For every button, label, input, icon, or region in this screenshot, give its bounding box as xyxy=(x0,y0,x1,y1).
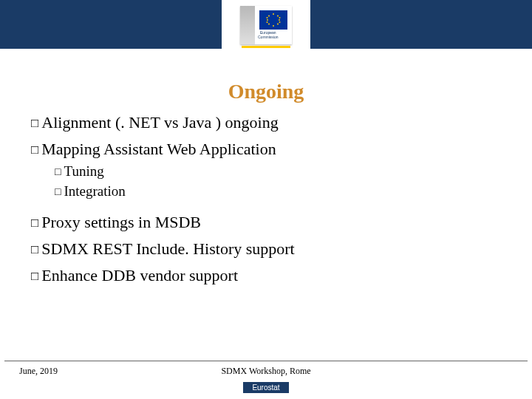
footer-row: June, 2019 SDMX Workshop, Rome xyxy=(0,361,532,377)
footer-venue: SDMX Workshop, Rome xyxy=(78,366,454,377)
slide-title: Ongoing xyxy=(0,80,532,103)
sub-bullet-list: Tuning Integration xyxy=(55,161,504,202)
bullet-text: SDMX REST Include. History support xyxy=(41,239,294,258)
svg-point-7 xyxy=(277,24,279,25)
svg-point-5 xyxy=(277,16,279,17)
spacer xyxy=(31,205,504,211)
sub-bullet-text: Tuning xyxy=(64,163,103,179)
ec-logo-text-line2: Commission xyxy=(258,35,279,39)
footer-date: June, 2019 xyxy=(19,366,78,377)
footer-badge-wrap: Eurostat xyxy=(0,380,532,399)
bullet-item: Proxy settings in MSDB xyxy=(31,211,504,234)
footer: June, 2019 SDMX Workshop, Rome Eurostat xyxy=(0,361,532,399)
bullet-item: Enhance DDB vendor support xyxy=(31,264,504,287)
ec-logo-column-icon xyxy=(240,6,255,44)
bullet-text: Enhance DDB vendor support xyxy=(41,266,238,284)
ec-logo: European Commission xyxy=(233,6,299,48)
svg-point-3 xyxy=(279,19,280,21)
bullet-list: Alignment (. NET vs Java ) ongoing Mappi… xyxy=(31,111,504,202)
slide-body: Alignment (. NET vs Java ) ongoing Mappi… xyxy=(0,111,532,361)
svg-point-8 xyxy=(267,17,268,18)
svg-point-1 xyxy=(273,25,274,27)
eu-flag-icon xyxy=(259,10,287,30)
slide: European Commission Ongoing Alignment (.… xyxy=(0,0,532,399)
svg-point-9 xyxy=(279,17,281,18)
bullet-text: Alignment (. NET vs Java ) ongoing xyxy=(41,113,278,132)
svg-point-2 xyxy=(267,19,268,21)
bullet-text: Proxy settings in MSDB xyxy=(41,213,201,231)
bullet-item: Mapping Assistant Web Application Tuning… xyxy=(31,137,504,202)
svg-point-6 xyxy=(268,24,270,25)
svg-point-4 xyxy=(268,16,270,17)
bullet-item: Alignment (. NET vs Java ) ongoing xyxy=(31,111,504,134)
svg-point-11 xyxy=(279,21,281,23)
ec-logo-underline xyxy=(242,46,290,48)
ec-logo-box: European Commission xyxy=(240,6,292,44)
sub-bullet-text: Integration xyxy=(64,183,125,199)
bullet-text: Mapping Assistant Web Application xyxy=(41,140,276,158)
ec-logo-text: European Commission xyxy=(258,31,279,39)
svg-point-10 xyxy=(267,21,268,23)
header-bar: European Commission xyxy=(0,0,532,49)
svg-point-0 xyxy=(273,13,274,15)
bullet-list: Proxy settings in MSDB SDMX REST Include… xyxy=(31,211,504,287)
eurostat-badge: Eurostat xyxy=(243,382,288,393)
bullet-item: SDMX REST Include. History support xyxy=(31,237,504,261)
sub-bullet-item: Tuning xyxy=(55,161,504,182)
sub-bullet-item: Integration xyxy=(55,181,504,202)
